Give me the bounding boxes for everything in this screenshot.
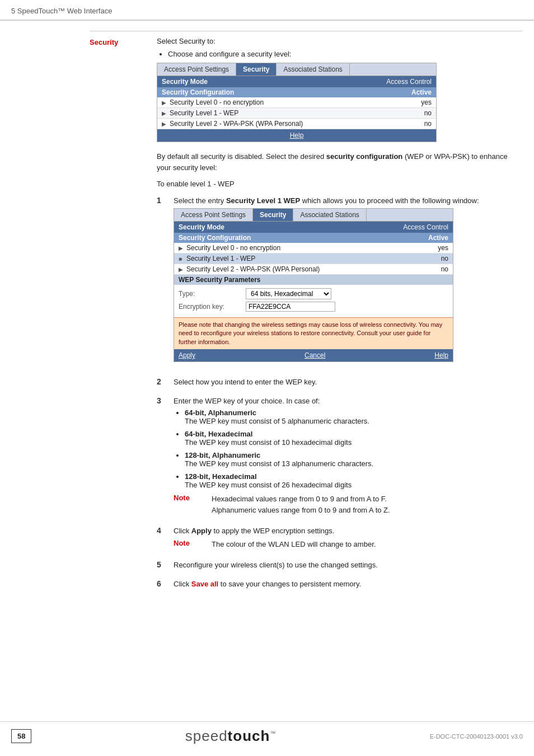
wep-key-value <box>246 302 335 312</box>
table-row[interactable]: ■ Security Level 1 - WEP no <box>174 253 453 264</box>
row-active: no <box>398 120 432 128</box>
row-active: no <box>415 255 448 262</box>
step-6: 6 Click Save all to save your changes to… <box>157 579 523 592</box>
subheader-title-1: Security Mode <box>162 78 386 86</box>
body-para-1: By default all security is disabled. Sel… <box>157 151 523 173</box>
row-active: yes <box>398 98 432 106</box>
col-header-1: Security Configuration Active <box>157 87 436 97</box>
subheader-1: Security Mode Access Control <box>157 76 436 87</box>
step-4-content: Click Apply to apply the WEP encryption … <box>174 525 523 554</box>
step-2: 2 Select how you intend to enter the WEP… <box>157 377 523 390</box>
step-2-num: 2 <box>157 377 170 386</box>
row-active: no <box>415 265 448 273</box>
wep-params: Type: 64 bits, Hexadecimal 64 bits, Alph… <box>174 285 453 317</box>
table-row[interactable]: ▶ Security Level 1 - WEP no <box>157 108 436 119</box>
subheader-right-2: Access Control <box>403 223 448 231</box>
step-1-text: Select the entry Security Level 1 WEP wh… <box>174 195 523 206</box>
row-active: yes <box>415 244 448 252</box>
bullet-item: Choose and configure a security level: <box>168 50 523 58</box>
step-5-text: Reconfigure your wireless client(s) to u… <box>174 560 523 571</box>
step-1: 1 Select the entry Security Level 1 WEP … <box>157 195 523 372</box>
subheader-right-1: Access Control <box>386 78 432 86</box>
apply-button[interactable]: Apply <box>179 351 195 359</box>
page-footer: 58 speedtouch™ E-DOC-CTC-20040123-0001 v… <box>0 721 534 745</box>
step-3: 3 Enter the WEP key of your choice. In c… <box>157 396 523 520</box>
step-5-content: Reconfigure your wireless client(s) to u… <box>174 560 523 573</box>
bullet-desc: The WEP key must consist of 13 alphanume… <box>185 459 373 468</box>
step-4-text: Click Apply to apply the WEP encryption … <box>174 525 523 537</box>
row-arrow-icon: ▶ <box>179 266 186 273</box>
panel-tabs-2: Access Point Settings Security Associate… <box>174 209 453 222</box>
step-1-content: Select the entry Security Level 1 WEP wh… <box>174 195 523 372</box>
list-item: 64-bit, Hexadecimal The WEP key must con… <box>185 430 523 447</box>
tab-security-1[interactable]: Security <box>236 63 277 76</box>
step-3-content: Enter the WEP key of your choice. In cas… <box>174 396 523 520</box>
wep-type-label: Type: <box>179 290 246 298</box>
help-bar-1: Help <box>157 129 436 142</box>
row-active: no <box>398 109 432 117</box>
section-content: Select Security to: Choose and configure… <box>157 37 523 597</box>
row-square-icon: ■ <box>179 256 186 262</box>
wep-type-select[interactable]: 64 bits, Hexadecimal 64 bits, Alphanumer… <box>246 288 331 299</box>
bullet-title: 128-bit, Alphanumeric <box>185 451 260 459</box>
cancel-button[interactable]: Cancel <box>305 351 325 359</box>
step-6-num: 6 <box>157 579 170 588</box>
security-section: Security Select Security to: Choose and … <box>90 31 523 597</box>
action-bar: Apply Cancel Help <box>174 349 453 361</box>
list-item: 64-bit, Alphanumeric The WEP key must co… <box>185 408 523 425</box>
tab-associated-stations-2[interactable]: Associated Stations <box>293 209 366 221</box>
section-label: Security <box>90 37 146 597</box>
row-label: Security Level 1 - WEP <box>186 255 415 262</box>
tab-associated-stations-1[interactable]: Associated Stations <box>277 63 349 76</box>
tab-security-2[interactable]: Security <box>253 209 293 221</box>
step-6-text: Click Save all to save your changes to p… <box>174 579 523 590</box>
page-number: 58 <box>11 729 31 743</box>
col-header-2: Security Configuration Active <box>174 233 453 243</box>
table-row[interactable]: ▶ Security Level 0 - no encryption yes <box>157 97 436 108</box>
bullet-title: 64-bit, Alphanumeric <box>185 408 256 417</box>
row-arrow-icon: ▶ <box>162 110 170 116</box>
note-3: Note Hexadecimal values range from 0 to … <box>174 494 523 515</box>
subheader-2: Security Mode Access Control <box>174 222 453 233</box>
body-para-2: To enable level 1 - WEP <box>157 179 523 190</box>
list-item: 128-bit, Hexadecimal The WEP key must co… <box>185 472 523 489</box>
page-header: 5 SpeedTouch™ Web Interface <box>0 0 534 21</box>
bullet-desc: The WEP key must consist of 26 hexadecim… <box>185 481 352 489</box>
tab-access-point-settings-2[interactable]: Access Point Settings <box>174 209 253 221</box>
bullet-desc: The WEP key must consist of 10 hexadecim… <box>185 438 352 447</box>
row-arrow-icon: ▶ <box>162 100 170 106</box>
subheader-title-2: Security Mode <box>179 223 403 231</box>
wep-key-label: Encryption key: <box>179 303 246 311</box>
table-row[interactable]: ▶ Security Level 2 - WPA-PSK (WPA Person… <box>157 119 436 129</box>
note-text-4: The colour of the WLAN LED will change t… <box>212 539 376 550</box>
ui-panel-1: Access Point Settings Security Associate… <box>157 63 437 142</box>
step-6-content: Click Save all to save your changes to p… <box>174 579 523 592</box>
col-main-2: Security Configuration <box>179 234 415 242</box>
brand-logo: speedtouch™ <box>185 727 277 745</box>
step-4: 4 Click Apply to apply the WEP encryptio… <box>157 525 523 554</box>
note-text-3: Hexadecimal values range from 0 to 9 and… <box>212 494 390 515</box>
footer-doc-code: E-DOC-CTC-20040123-0001 v3.0 <box>430 733 523 740</box>
row-label: Security Level 2 - WPA-PSK (WPA Personal… <box>186 265 415 273</box>
step-3-bullets: 64-bit, Alphanumeric The WEP key must co… <box>174 408 523 489</box>
col-active-2: Active <box>415 234 448 242</box>
step-3-text: Enter the WEP key of your choice. In cas… <box>174 396 523 407</box>
wep-key-row: Encryption key: <box>179 302 448 312</box>
step-2-text: Select how you intend to enter the WEP k… <box>174 377 523 388</box>
page-header-title: 5 SpeedTouch™ Web Interface <box>11 7 112 15</box>
tab-access-point-settings-1[interactable]: Access Point Settings <box>157 63 236 76</box>
note-4: Note The colour of the WLAN LED will cha… <box>174 539 523 550</box>
step-2-content: Select how you intend to enter the WEP k… <box>174 377 523 390</box>
bullet-list: Choose and configure a security level: <box>157 50 523 58</box>
col-active-1: Active <box>398 88 432 96</box>
row-arrow-icon: ▶ <box>162 121 170 127</box>
wep-key-input[interactable] <box>246 302 335 312</box>
table-row[interactable]: ▶ Security Level 0 - no encryption yes <box>174 243 453 253</box>
col-main-1: Security Configuration <box>162 88 398 96</box>
help-button-2[interactable]: Help <box>434 351 448 359</box>
help-button-1[interactable]: Help <box>290 132 304 139</box>
table-row[interactable]: ▶ Security Level 2 - WPA-PSK (WPA Person… <box>174 264 453 275</box>
list-item: 128-bit, Alphanumeric The WEP key must c… <box>185 451 523 468</box>
row-label: Security Level 2 - WPA-PSK (WPA Personal… <box>170 120 398 128</box>
bullet-desc: The WEP key must consist of 5 alphanumer… <box>185 417 369 425</box>
